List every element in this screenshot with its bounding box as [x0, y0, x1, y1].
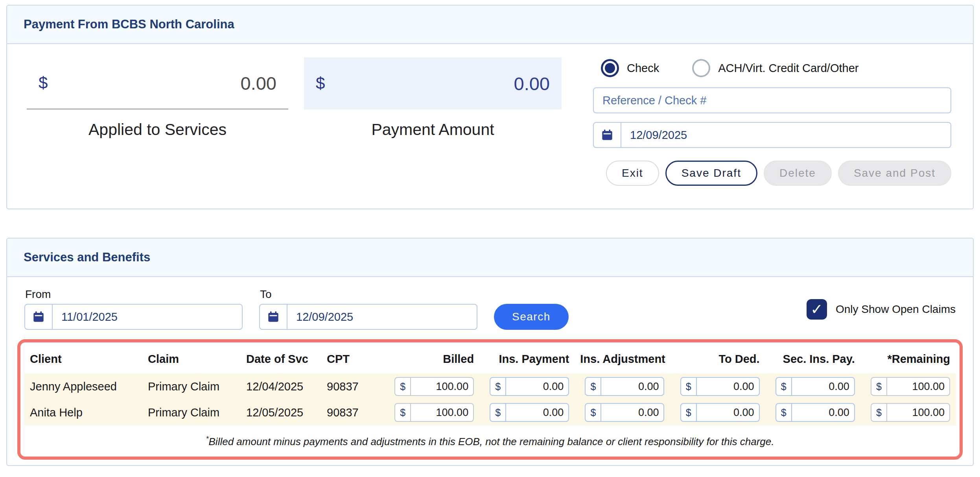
dollar-prefix: $: [586, 378, 601, 395]
to-date-field: To 12/09/2025: [259, 288, 477, 330]
ins-adjustment-input-group: $: [585, 377, 664, 396]
dollar-prefix: $: [681, 404, 697, 421]
billed-input-group: $: [394, 377, 474, 396]
col-header-cpt: CPT: [321, 345, 384, 373]
dollar-prefix: $: [681, 378, 697, 395]
services-table: Client Claim Date of Svc CPT Billed Ins.…: [24, 345, 956, 454]
search-button[interactable]: Search: [494, 304, 569, 330]
radio-unselected-icon[interactable]: [692, 59, 710, 77]
sec-ins-pay-input[interactable]: [792, 407, 854, 419]
cell-cpt: 90837: [321, 373, 384, 399]
ins-payment-input[interactable]: [506, 381, 568, 393]
footnote-text: Billed amount minus payments and adjustm…: [209, 436, 774, 447]
billed-input[interactable]: [411, 407, 473, 419]
radio-option-ach-label: ACH/Virt. Credit Card/Other: [718, 62, 858, 75]
payment-actions: Exit Save Draft Delete Save and Post: [593, 161, 951, 186]
from-date-field: From 11/01/2025: [24, 288, 243, 330]
col-header-to-ded: To Ded.: [670, 345, 765, 373]
dollar-prefix: $: [395, 404, 411, 421]
radio-option-ach[interactable]: ACH/Virt. Credit Card/Other: [692, 59, 858, 77]
cell-cpt: 90837: [321, 399, 384, 425]
col-header-ins-payment: Ins. Payment: [479, 345, 575, 373]
sec-ins-pay-input[interactable]: [792, 381, 854, 393]
dollar-prefix: $: [871, 404, 887, 421]
dollar-prefix: $: [586, 404, 601, 421]
radio-selected-icon[interactable]: [601, 59, 619, 77]
dollar-prefix: $: [871, 378, 887, 395]
to-ded-input[interactable]: [697, 381, 759, 393]
remaining-input-group: $: [871, 403, 950, 422]
reference-check-input[interactable]: [593, 87, 951, 113]
to-ded-input-group: $: [680, 377, 760, 396]
ins-adjustment-input-group: $: [585, 403, 664, 422]
cell-claim: Primary Claim: [142, 373, 241, 399]
services-panel-title: Services and Benefits: [24, 250, 956, 264]
remaining-input-group: $: [871, 377, 950, 396]
remaining-input[interactable]: [887, 407, 949, 419]
services-table-highlight: Client Claim Date of Svc CPT Billed Ins.…: [17, 339, 963, 460]
applied-to-services-label: Applied to Services: [27, 120, 288, 139]
applied-to-services-amount: $ 0.00: [27, 57, 288, 109]
payment-panel-body: $ 0.00 Applied to Services $ 0.00 Paymen…: [7, 44, 973, 209]
radio-option-check-label: Check: [627, 62, 659, 75]
currency-symbol: $: [39, 74, 48, 92]
dollar-prefix: $: [395, 378, 411, 395]
sec-ins-pay-input-group: $: [776, 403, 855, 422]
ins-payment-input[interactable]: [506, 407, 568, 419]
services-panel: Services and Benefits From: [6, 238, 974, 466]
col-header-claim: Claim: [142, 345, 241, 373]
payment-date-value: 12/09/2025: [621, 129, 687, 142]
currency-symbol: $: [316, 74, 325, 93]
cell-client: Anita Help: [24, 399, 142, 425]
services-panel-header: Services and Benefits: [7, 238, 973, 277]
from-date-input[interactable]: 11/01/2025: [24, 304, 243, 330]
to-label: To: [259, 288, 477, 301]
footnote-asterisk: *: [206, 435, 209, 443]
to-ded-input[interactable]: [697, 407, 759, 419]
exit-button[interactable]: Exit: [606, 161, 659, 186]
calendar-icon: [594, 123, 621, 147]
dollar-prefix: $: [776, 404, 792, 421]
cell-client: Jenny Appleseed: [24, 373, 142, 399]
ins-adjustment-input[interactable]: [601, 381, 663, 393]
checkbox-checked-icon[interactable]: ✓: [807, 299, 827, 320]
col-header-billed: Billed: [384, 345, 479, 373]
only-show-open-claims[interactable]: ✓ Only Show Open Claims: [807, 299, 956, 320]
payment-details-column: Check ACH/Virt. Credit Card/Other: [593, 57, 951, 186]
billed-input[interactable]: [411, 381, 473, 393]
calendar-icon: [260, 305, 287, 329]
ins-adjustment-input[interactable]: [601, 407, 663, 419]
col-header-client: Client: [24, 345, 142, 373]
services-panel-body: From 11/01/2025: [7, 277, 973, 465]
remaining-input[interactable]: [887, 381, 949, 393]
applied-to-services-block: $ 0.00 Applied to Services: [27, 57, 288, 186]
save-draft-button[interactable]: Save Draft: [665, 161, 757, 186]
ins-payment-input-group: $: [490, 403, 569, 422]
payment-amount-value: 0.00: [514, 73, 550, 94]
sec-ins-pay-input-group: $: [776, 377, 855, 396]
table-row: Anita Help Primary Claim 12/05/2025 9083…: [24, 399, 956, 425]
delete-button[interactable]: Delete: [764, 161, 832, 186]
dollar-prefix: $: [776, 378, 792, 395]
col-header-date-of-svc: Date of Svc: [241, 345, 321, 373]
cell-date-of-svc: 12/05/2025: [241, 399, 321, 425]
table-footnote: *Billed amount minus payments and adjust…: [24, 425, 956, 454]
dollar-prefix: $: [490, 378, 506, 395]
ins-payment-input-group: $: [490, 377, 569, 396]
cell-claim: Primary Claim: [142, 399, 241, 425]
from-label: From: [24, 288, 243, 301]
col-header-remaining: *Remaining: [860, 345, 956, 373]
payment-method-radio-group: Check ACH/Virt. Credit Card/Other: [593, 57, 951, 87]
radio-option-check[interactable]: Check: [601, 59, 659, 77]
col-header-ins-adjustment: Ins. Adjustment: [575, 345, 670, 373]
billed-input-group: $: [394, 403, 474, 422]
table-header-row: Client Claim Date of Svc CPT Billed Ins.…: [24, 345, 956, 373]
from-date-value: 11/01/2025: [53, 311, 118, 324]
applied-amount-value: 0.00: [241, 72, 276, 94]
cell-date-of-svc: 12/04/2025: [241, 373, 321, 399]
save-and-post-button[interactable]: Save and Post: [838, 161, 951, 186]
payment-date-input[interactable]: 12/09/2025: [593, 122, 951, 148]
to-date-input[interactable]: 12/09/2025: [259, 304, 477, 330]
to-date-value: 12/09/2025: [287, 311, 353, 324]
table-row: Jenny Appleseed Primary Claim 12/04/2025…: [24, 373, 956, 399]
